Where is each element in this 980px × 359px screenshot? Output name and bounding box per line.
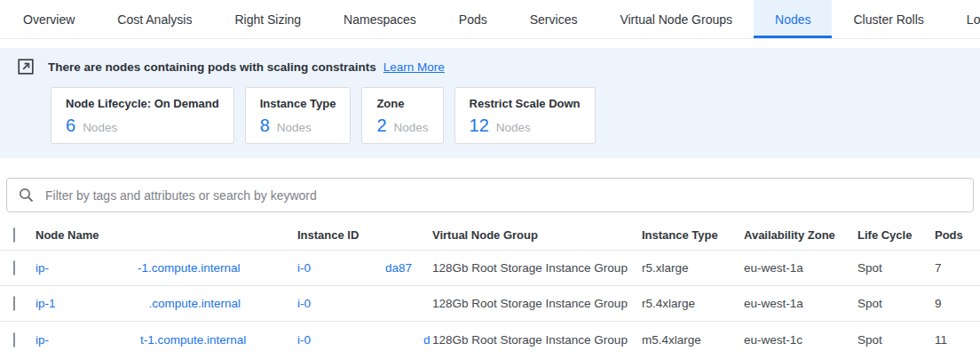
redacted-gap (56, 307, 149, 307)
card-unit-label: Nodes (496, 118, 531, 138)
tab-virtual-node-groups[interactable]: Virtual Node Groups (598, 0, 754, 38)
table-row: ip-1.compute.internali-0128Gb Root Stora… (0, 286, 980, 322)
tab-label: Overview (23, 12, 75, 27)
card-count: 6 (66, 116, 75, 135)
text-fragment: t-1.compute.internal (140, 333, 246, 347)
cell-virtual-node-group: 128Gb Root Storage Instance Group (432, 297, 642, 310)
tab-label: Namespaces (344, 12, 416, 27)
card-title: Restrict Scale Down (470, 97, 581, 110)
row-checkbox[interactable] (13, 296, 15, 311)
text-fragment: da87 (385, 261, 412, 275)
tab-label: Virtual Node Groups (620, 12, 732, 27)
cell-virtual-node-group: 128Gb Root Storage Instance Group (432, 333, 642, 347)
search-icon (19, 187, 34, 203)
cell-instance-type: r5.4xlarge (642, 297, 744, 310)
banner-message-row: There are nodes containing pods with sca… (18, 59, 962, 75)
column-header-instance-type[interactable]: Instance Type (642, 228, 744, 242)
column-header-life-cycle[interactable]: Life Cycle (858, 228, 935, 242)
tab-bar: OverviewCost AnalysisRight SizingNamespa… (0, 0, 980, 39)
cell-availability-zone: eu-west-1c (744, 333, 858, 347)
tab-cost-analysis[interactable]: Cost Analysis (96, 0, 213, 38)
card-value-row: 6Nodes (66, 116, 219, 138)
node-name-link[interactable]: ip--1.compute.internal (36, 261, 297, 275)
tab-label: Pods (459, 12, 487, 27)
instance-id-link[interactable]: i-0da87 (297, 261, 432, 275)
table-row: ip-t-1.compute.internali-0d128Gb Root St… (0, 322, 980, 357)
node-name-link[interactable]: ip-1.compute.internal (36, 297, 297, 310)
text-fragment: i-0 (297, 297, 311, 310)
card-title: Zone (376, 97, 428, 110)
scaling-constraints-banner: There are nodes containing pods with sca… (0, 48, 980, 158)
instance-id-link[interactable]: i-0 (297, 297, 432, 310)
text-fragment: .compute.internal (149, 297, 241, 310)
tab-namespaces[interactable]: Namespaces (322, 0, 438, 38)
column-header-virtual-node-group[interactable]: Virtual Node Group (432, 228, 642, 242)
column-header-instance-id[interactable]: Instance ID (297, 228, 432, 242)
search-input[interactable] (43, 187, 961, 203)
cell-availability-zone: eu-west-1a (744, 297, 858, 310)
card-value-row: 12Nodes (470, 116, 581, 138)
card-value-row: 8Nodes (260, 116, 336, 138)
cell-pods: 11 (935, 333, 980, 347)
cell-instance-type: m5.4xlarge (642, 333, 744, 347)
tab-pods[interactable]: Pods (438, 0, 509, 38)
tab-overview[interactable]: Overview (2, 0, 96, 38)
cell-pods: 7 (935, 261, 980, 275)
card-title: Instance Type (260, 97, 336, 110)
card-unit-label: Nodes (277, 118, 312, 138)
text-fragment: d (423, 333, 431, 347)
filter-search-bar[interactable] (6, 178, 974, 212)
card-count: 2 (376, 116, 386, 135)
cell-availability-zone: eu-west-1a (744, 261, 858, 275)
constraint-card-instance-type[interactable]: Instance Type8Nodes (245, 87, 352, 144)
cell-life-cycle: Spot (858, 333, 935, 347)
tab-services[interactable]: Services (509, 0, 599, 38)
text-fragment: ip- (36, 261, 49, 275)
row-checkbox-cell (0, 297, 36, 310)
row-checkbox[interactable] (13, 260, 15, 275)
card-count: 8 (260, 116, 270, 135)
constraint-cards: Node Lifecycle: On Demand6NodesInstance … (51, 87, 962, 144)
constraint-card-restrict-scale-down[interactable]: Restrict Scale Down12Nodes (454, 87, 596, 144)
redacted-gap (49, 271, 138, 272)
redacted-gap (311, 271, 385, 272)
tab-label: Nodes (775, 12, 810, 27)
tab-label: Right Sizing (234, 12, 301, 27)
text-fragment: i-0 (297, 333, 311, 347)
tab-right-sizing[interactable]: Right Sizing (213, 0, 322, 38)
node-name-link[interactable]: ip-t-1.compute.internal (36, 333, 297, 347)
tab-nodes[interactable]: Nodes (754, 0, 832, 38)
tab-label: Cluster Rolls (853, 12, 923, 27)
card-value-row: 2Nodes (376, 116, 428, 138)
cell-virtual-node-group: 128Gb Root Storage Instance Group (432, 261, 642, 275)
tab-cluster-rolls[interactable]: Cluster Rolls (832, 0, 944, 38)
card-unit-label: Nodes (394, 118, 429, 138)
cell-life-cycle: Spot (858, 297, 935, 310)
text-fragment: ip-1 (36, 297, 56, 310)
constraint-card-node-lifecycle-on-demand[interactable]: Node Lifecycle: On Demand6Nodes (51, 87, 234, 144)
learn-more-link[interactable]: Learn More (383, 60, 445, 74)
tab-label: Log (967, 12, 980, 27)
text-fragment: ip- (36, 333, 49, 347)
row-checkbox[interactable] (13, 332, 15, 347)
redacted-gap (311, 343, 423, 344)
table-header-row: Node NameInstance IDVirtual Node GroupIn… (0, 220, 980, 251)
instance-id-link[interactable]: i-0d (297, 333, 432, 347)
cell-pods: 9 (935, 297, 980, 310)
tab-log[interactable]: Log (945, 0, 980, 38)
nodes-table: Node NameInstance IDVirtual Node GroupIn… (0, 220, 980, 357)
banner-message: There are nodes containing pods with sca… (48, 60, 376, 74)
column-header-availability-zone[interactable]: Availability Zone (744, 228, 858, 242)
constraint-card-zone[interactable]: Zone2Nodes (361, 87, 443, 144)
column-header-node-name[interactable]: Node Name (36, 228, 297, 242)
table-body: ip--1.compute.internali-0da87128Gb Root … (0, 251, 980, 357)
select-all-checkbox[interactable] (13, 227, 15, 243)
redacted-gap (49, 343, 140, 344)
text-fragment: i-0 (297, 261, 311, 275)
column-header-pods[interactable]: Pods (935, 228, 980, 242)
card-unit-label: Nodes (83, 118, 117, 138)
card-title: Node Lifecycle: On Demand (66, 97, 219, 110)
row-checkbox-cell (0, 261, 36, 275)
table-row: ip--1.compute.internali-0da87128Gb Root … (0, 251, 980, 286)
tab-label: Cost Analysis (117, 12, 192, 27)
